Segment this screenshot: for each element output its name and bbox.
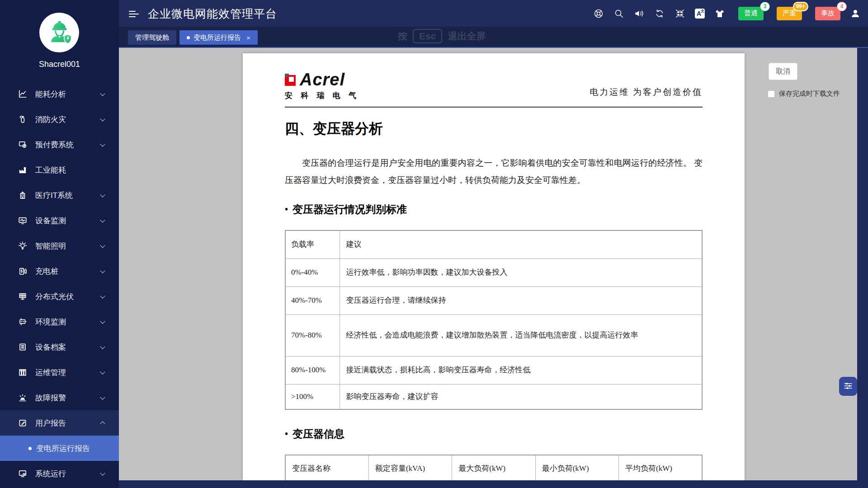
badge-count: 3 <box>760 2 770 11</box>
sidebar-item-device-archive[interactable]: 设备档案 <box>0 334 119 360</box>
sidebar-item-ev-charger[interactable]: 充电桩 <box>0 258 119 284</box>
hamburger-menu-icon[interactable] <box>129 9 139 19</box>
transformer-info-table: 变压器名称 额定容量(kVA) 最大负荷(kW) 最小负荷(kW) 平均负荷(k… <box>285 455 703 480</box>
tab-dashboard[interactable]: 管理驾驶舱 <box>128 30 176 45</box>
section-title-transformer-info: • 变压器信息 <box>285 427 703 441</box>
sidebar: Shacrel001 能耗分析 消防火灾 预付费系统 工业能耗 <box>0 0 119 488</box>
chevron-down-icon <box>100 369 105 374</box>
chevron-down-icon <box>100 116 105 121</box>
download-checkbox-label: 保存完成时下载文件 <box>779 89 840 98</box>
tabbar: 管理驾驶舱 变电所运行报告 × 按 Esc 退出全屏 <box>119 27 868 48</box>
chevron-down-icon <box>100 243 105 248</box>
sidebar-item-prepaid-system[interactable]: 预付费系统 <box>0 132 119 157</box>
load-rate-table: 负载率 建议 0%-40% 运行效率低，影响功率因数，建议加大设备投入 40%-… <box>285 230 703 410</box>
report-edit-icon <box>18 418 27 427</box>
table-row: >100% 影响变压器寿命，建议扩容 <box>285 384 702 409</box>
chevron-down-icon <box>100 141 105 146</box>
engineer-avatar-icon <box>45 18 73 47</box>
sidebar-item-device-monitoring[interactable]: 设备监测 <box>0 208 119 233</box>
chevron-down-icon <box>100 91 105 96</box>
translate-icon[interactable]: A 文 <box>695 9 705 19</box>
chevron-down-icon <box>100 344 105 349</box>
search-icon[interactable] <box>613 8 624 19</box>
acrel-brand: Acrel 安 科 瑞 电 气 <box>285 70 359 101</box>
lightbulb-icon <box>18 241 27 250</box>
sidebar-item-ops-management[interactable]: 运维管理 <box>0 360 119 385</box>
alarm-badge-normal[interactable]: 普通 3 <box>738 7 764 20</box>
download-option[interactable]: 保存完成时下载文件 <box>768 89 840 98</box>
cancel-button[interactable]: 取消 <box>769 63 797 80</box>
brand-slogan: 电力运维 为客户创造价值 <box>590 86 703 101</box>
badge-count: 99+ <box>793 2 808 11</box>
brand-name: Acrel <box>300 70 345 89</box>
sidebar-item-environment-monitoring[interactable]: 环境监测 <box>0 309 119 334</box>
topbar: 企业微电网能效管理平台 A 文 普通 3 严重 99+ 事故 4 <box>119 0 868 27</box>
bullet-icon: • <box>285 429 288 439</box>
table-row: 0%-40% 运行效率低，影响功率因数，建议加大设备投入 <box>285 258 702 286</box>
close-icon[interactable]: × <box>246 34 250 42</box>
sidebar-item-distributed-pv[interactable]: 分布式光伏 <box>0 284 119 309</box>
report-page: Acrel 安 科 瑞 电 气 电力运维 为客户创造价值 四、变压器分析 变压器… <box>243 53 745 480</box>
table-row: 70%-80% 经济性低，会造成电能浪费，建议增加散热装置，适当降低电流密度，以… <box>285 314 702 356</box>
table-header-row: 负载率 建议 <box>285 230 702 258</box>
table-row: 80%-100% 接近满载状态，损耗比高，影响变压器寿命，经济性低 <box>285 356 702 384</box>
page-title: 企业微电网能效管理平台 <box>148 6 277 21</box>
alarm-badge-severe[interactable]: 严重 99+ <box>777 7 802 20</box>
chevron-down-icon <box>100 394 105 399</box>
badge-count: 4 <box>837 2 847 11</box>
user-icon[interactable] <box>850 8 861 19</box>
sidebar-menu: 能耗分析 消防火灾 预付费系统 工业能耗 医疗IT系统 <box>0 81 119 486</box>
environment-sensor-icon <box>18 317 27 326</box>
ev-charger-icon <box>18 267 27 276</box>
chevron-down-icon <box>100 319 105 324</box>
sidebar-item-user-report[interactable]: 用户报告 <box>0 410 119 436</box>
acrel-logo-icon <box>285 74 297 86</box>
sidebar-item-smart-lighting[interactable]: 智能照明 <box>0 233 119 258</box>
header-rule <box>285 107 703 108</box>
sidebar-item-medical-it[interactable]: 医疗IT系统 <box>0 183 119 208</box>
chevron-down-icon <box>100 268 105 273</box>
binders-icon <box>18 368 27 377</box>
bullet-icon: • <box>285 204 288 215</box>
section-title-criteria: • 变压器运行情况判别标准 <box>285 202 703 216</box>
factory-icon <box>18 165 27 174</box>
refresh-icon[interactable] <box>654 8 665 19</box>
active-dot-icon <box>28 447 32 450</box>
archive-card-icon <box>18 343 27 352</box>
solar-panel-icon <box>18 292 27 301</box>
alarm-siren-icon <box>18 393 27 402</box>
download-checkbox[interactable] <box>768 90 775 98</box>
topbar-actions: A 文 普通 3 严重 99+ 事故 4 <box>593 0 861 27</box>
main-content: Acrel 安 科 瑞 电 气 电力运维 为客户创造价值 四、变压器分析 变压器… <box>119 48 868 488</box>
settings-sliders-button[interactable] <box>839 377 857 396</box>
sidebar-subitem-substation-report[interactable]: 变电所运行报告 <box>0 436 119 461</box>
sidebar-item-fire-safety[interactable]: 消防火灾 <box>0 107 119 132</box>
tab-substation-report[interactable]: 变电所运行报告 × <box>179 30 258 45</box>
exit-fullscreen-icon[interactable] <box>675 8 685 19</box>
brand-subtitle: 安 科 瑞 电 气 <box>285 90 359 101</box>
fullscreen-esc-hint: 按 Esc 退出全屏 <box>398 29 486 43</box>
volume-icon[interactable] <box>634 8 645 19</box>
active-tab-dot-icon <box>187 36 190 39</box>
username: Shacrel001 <box>0 60 119 69</box>
sidebar-item-industrial-energy[interactable]: 工业能耗 <box>0 157 119 183</box>
theme-shirt-icon[interactable] <box>714 8 725 19</box>
sidebar-item-fault-alarm[interactable]: 故障报警 <box>0 385 119 410</box>
chevron-down-icon <box>100 293 105 298</box>
report-paragraph: 变压器的合理运行是用户安全用电的重要内容之一，它影响着供电的安全可靠性和电网运行… <box>285 155 703 189</box>
sidebar-item-system-run[interactable]: 系统运行 <box>0 461 119 486</box>
app-root: Shacrel001 能耗分析 消防火灾 预付费系统 工业能耗 <box>0 0 868 488</box>
table-row: 40%-70% 变压器运行合理，请继续保持 <box>285 286 702 314</box>
bottom-edge-panel <box>119 480 868 488</box>
fire-extinguisher-icon <box>18 115 27 124</box>
prepaid-card-icon <box>18 140 27 149</box>
sidebar-item-energy-analysis[interactable]: 能耗分析 <box>0 81 119 107</box>
alarm-badge-accident[interactable]: 事故 4 <box>815 7 840 20</box>
chevron-up-icon <box>100 421 105 426</box>
avatar[interactable] <box>39 13 79 52</box>
report-title: 四、变压器分析 <box>285 119 703 138</box>
sliders-icon <box>843 381 853 392</box>
table-header-row: 变压器名称 额定容量(kVA) 最大负荷(kW) 最小负荷(kW) 平均负荷(k… <box>285 455 702 480</box>
help-ring-icon[interactable] <box>593 8 604 19</box>
system-gear-icon <box>18 469 27 478</box>
